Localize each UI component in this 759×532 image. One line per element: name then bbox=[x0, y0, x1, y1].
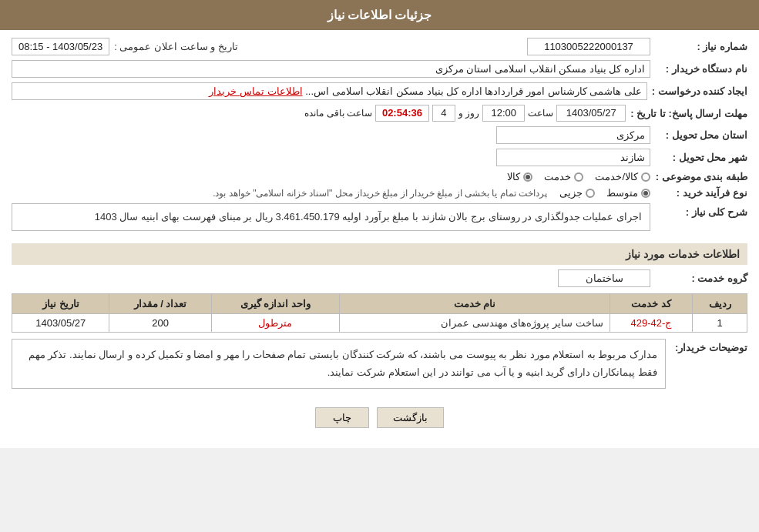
radio-motaset bbox=[641, 189, 650, 198]
radio-item-kala-khedmat[interactable]: کالا/خدمت bbox=[595, 171, 650, 182]
page-wrapper: جزئیات اطلاعات نیاز شماره نیاز : 1103005… bbox=[0, 0, 759, 448]
services-table: ردیف کد خدمت نام خدمت واحد اندازه گیری ت… bbox=[12, 293, 747, 333]
need-number-label: شماره نیاز : bbox=[655, 41, 747, 52]
need-number-value: 1103005222000137 bbox=[527, 38, 650, 55]
category-label: طبقه بندی موضوعی : bbox=[655, 171, 747, 182]
col-header-unit: واحد اندازه گیری bbox=[211, 294, 340, 314]
cell-date: 1403/05/27 bbox=[12, 314, 109, 333]
cell-unit: مترطول bbox=[211, 314, 340, 333]
buyer-notes-row: توضیحات خریدار: مدارک مربوط به استعلام م… bbox=[12, 339, 747, 393]
col-header-date: تاریخ نیاز bbox=[12, 294, 109, 314]
description-value: اجرای عملیات جدولگذاری در روستای برج بال… bbox=[12, 203, 650, 231]
service-group-row: گروه خدمت : ساختمان bbox=[12, 269, 747, 287]
cell-qty: 200 bbox=[109, 314, 211, 333]
datetime-label: تاریخ و ساعت اعلان عمومی : bbox=[114, 41, 238, 52]
creator-label: ایجاد کننده درخواست : bbox=[652, 85, 747, 97]
deadline-remaining: 02:54:36 bbox=[375, 105, 429, 122]
print-button[interactable]: چاپ bbox=[315, 407, 369, 428]
radio-jozi bbox=[586, 189, 595, 198]
deadline-fields: 1403/05/27 ساعت 12:00 روز و 4 02:54:36 س… bbox=[12, 105, 626, 122]
cell-row-num: 1 bbox=[693, 314, 747, 333]
radio-label-kala-khedmat: کالا/خدمت bbox=[595, 171, 638, 182]
org-row: نام دستگاه خریدار : اداره کل بنیاد مسکن … bbox=[12, 60, 747, 78]
city-value: شازند bbox=[496, 149, 650, 166]
deadline-remaining-label: ساعت باقی مانده bbox=[304, 108, 372, 119]
radio-item-motaset[interactable]: متوسط bbox=[606, 187, 650, 199]
table-header-row: ردیف کد خدمت نام خدمت واحد اندازه گیری ت… bbox=[12, 294, 747, 314]
deadline-row: مهلت ارسال پاسخ: تا تاریخ : 1403/05/27 س… bbox=[12, 105, 747, 122]
city-label: شهر محل تحویل : bbox=[655, 152, 747, 163]
description-row: شرح کلی نیاز : اجرای عملیات جدولگذاری در… bbox=[12, 203, 747, 237]
deadline-time: 12:00 bbox=[482, 105, 525, 122]
creator-value: علی هاشمی کارشناس امور قراردادها اداره ک… bbox=[12, 82, 647, 100]
province-row: استان محل تحویل : مرکزی bbox=[12, 126, 747, 144]
process-label: نوع فرآیند خرید : bbox=[655, 187, 747, 199]
deadline-label: مهلت ارسال پاسخ: تا تاریخ : bbox=[630, 108, 747, 119]
need-number-row: شماره نیاز : 1103005222000137 تاریخ و سا… bbox=[12, 38, 747, 55]
deadline-day-label: روز و bbox=[458, 108, 479, 119]
description-label: شرح کلی نیاز : bbox=[655, 206, 747, 218]
table-row: 1 ج-42-429 ساخت سایر پروژه‌های مهندسی عم… bbox=[12, 314, 747, 333]
creator-row: ایجاد کننده درخواست : علی هاشمی کارشناس … bbox=[12, 82, 747, 100]
col-header-name: نام خدمت bbox=[340, 294, 610, 314]
page-title: جزئیات اطلاعات نیاز bbox=[327, 8, 432, 22]
radio-khedmat bbox=[574, 172, 583, 182]
radio-label-jozi: جزیی bbox=[559, 187, 583, 199]
process-options: متوسط جزیی bbox=[559, 187, 650, 199]
radio-item-jozi[interactable]: جزیی bbox=[559, 187, 595, 199]
cell-name: ساخت سایر پروژه‌های مهندسی عمران bbox=[340, 314, 610, 333]
cell-code: ج-42-429 bbox=[610, 314, 693, 333]
province-value: مرکزی bbox=[496, 126, 650, 144]
contact-link[interactable]: اطلاعات تماس خریدار bbox=[209, 85, 302, 97]
datetime-value: 1403/05/23 - 08:15 bbox=[12, 38, 109, 55]
deadline-date: 1403/05/27 bbox=[556, 105, 626, 122]
service-group-label: گروه خدمت : bbox=[655, 273, 747, 284]
city-row: شهر محل تحویل : شازند bbox=[12, 149, 747, 166]
radio-kala bbox=[523, 172, 532, 182]
service-group-value: ساختمان bbox=[558, 269, 650, 287]
col-header-code: کد خدمت bbox=[610, 294, 693, 314]
category-options: کالا/خدمت خدمت کالا bbox=[507, 171, 650, 182]
radio-item-kala[interactable]: کالا bbox=[507, 171, 532, 182]
radio-label-kala: کالا bbox=[507, 171, 520, 182]
org-label: نام دستگاه خریدار : bbox=[655, 63, 747, 75]
radio-label-motaset: متوسط bbox=[606, 187, 638, 199]
radio-label-khedmat: خدمت bbox=[544, 171, 571, 182]
process-row: نوع فرآیند خرید : متوسط جزیی پرداخت تمام… bbox=[12, 187, 747, 199]
page-header: جزئیات اطلاعات نیاز bbox=[0, 0, 759, 30]
buyer-notes-label: توضیحات خریدار: bbox=[670, 342, 747, 353]
buyer-notes-value: مدارک مربوط به استعلام مورد نظر به پیوست… bbox=[12, 339, 666, 389]
col-header-qty: تعداد / مقدار bbox=[109, 294, 211, 314]
services-table-section: ردیف کد خدمت نام خدمت واحد اندازه گیری ت… bbox=[12, 293, 747, 333]
col-header-row: ردیف bbox=[693, 294, 747, 314]
category-row: طبقه بندی موضوعی : کالا/خدمت خدمت کالا bbox=[12, 171, 747, 182]
org-value: اداره کل بنیاد مسکن انقلاب اسلامی استان … bbox=[12, 60, 650, 78]
services-section-header: اطلاعات خدمات مورد نیاز bbox=[12, 243, 747, 265]
deadline-time-label: ساعت bbox=[528, 108, 553, 119]
content-area: شماره نیاز : 1103005222000137 تاریخ و سا… bbox=[0, 30, 759, 448]
province-label: استان محل تحویل : bbox=[655, 129, 747, 141]
back-button[interactable]: بازگشت bbox=[377, 407, 444, 428]
radio-kala-khedmat bbox=[641, 172, 650, 182]
deadline-days: 4 bbox=[432, 105, 455, 122]
radio-item-khedmat[interactable]: خدمت bbox=[544, 171, 583, 182]
creator-text: علی هاشمی کارشناس امور قراردادها اداره ک… bbox=[305, 85, 642, 97]
bottom-buttons: بازگشت چاپ bbox=[12, 398, 747, 440]
process-note: پرداخت تمام یا بخشی از مبلغ خریدار از مب… bbox=[213, 188, 547, 199]
